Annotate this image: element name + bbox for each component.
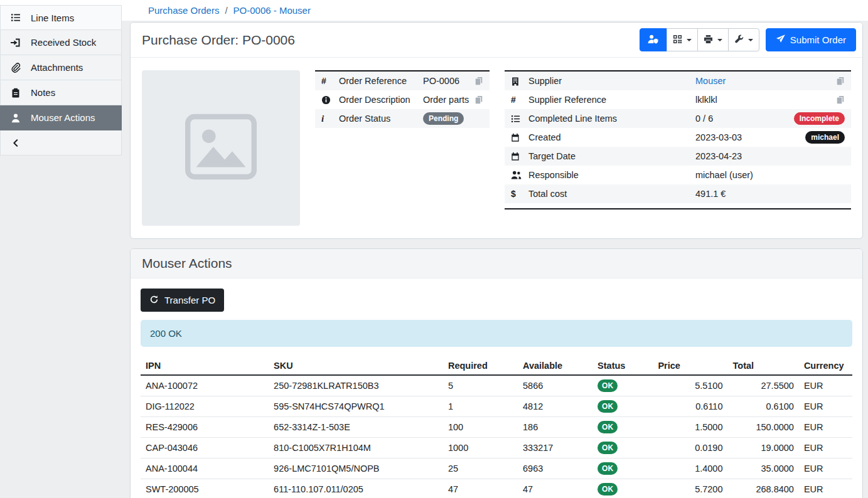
send-icon <box>776 34 785 46</box>
detail-value: Order parts <box>423 95 474 105</box>
main-area: Purchase Order: PO-0006 <box>122 21 868 498</box>
cell-price: 1.4000 <box>653 458 727 479</box>
copy-icon[interactable] <box>836 95 845 104</box>
sidebar-collapse-button[interactable] <box>0 130 122 156</box>
cell-total: 35.0000 <box>728 458 799 479</box>
copy-icon[interactable] <box>474 95 483 104</box>
detail-label: Supplier Reference <box>528 95 695 105</box>
detail-label: Supplier <box>528 76 695 86</box>
cell-available: 4812 <box>518 396 592 417</box>
detail-row-order-reference: # Order Reference PO-0006 <box>315 72 490 90</box>
status-badge: Pending <box>423 112 464 125</box>
print-menu-button[interactable] <box>697 28 729 51</box>
submit-order-button[interactable]: Submit Order <box>766 28 856 51</box>
sidebar-item-received-stock[interactable]: Received Stock <box>0 30 122 55</box>
hash-icon: # <box>511 95 528 105</box>
breadcrumb-link-purchase-orders[interactable]: Purchase Orders <box>148 5 219 16</box>
ok-badge: OK <box>597 421 618 433</box>
detail-label: Order Description <box>339 95 423 105</box>
cell-price: 0.0190 <box>653 438 727 458</box>
cell-ipn: ANA-100072 <box>141 375 269 396</box>
cell-required: 5 <box>443 375 518 396</box>
detail-row-order-description: Order Description Order parts <box>315 90 490 109</box>
breadcrumb: Purchase Orders / PO-0006 - Mouser <box>122 0 868 21</box>
breadcrumb-separator: / <box>225 5 227 16</box>
detail-row-target-date: Target Date 2023-04-23 <box>505 147 851 166</box>
cell-required: 1 <box>443 396 518 417</box>
sidebar-item-label: Mouser Actions <box>31 112 95 123</box>
cell-available: 186 <box>518 417 592 438</box>
qr-menu-button[interactable] <box>667 28 698 51</box>
order-details-table: # Order Reference PO-0006 Order Descript… <box>315 70 490 128</box>
cell-total: 27.5500 <box>728 375 799 396</box>
detail-label: Total cost <box>528 189 695 199</box>
panel-title: Mouser Actions <box>142 256 232 271</box>
detail-row-completed-line-items: Completed Line Items 0 / 6 Incomplete <box>505 109 851 128</box>
mouser-actions-panel-header: Mouser Actions <box>131 249 862 278</box>
cell-sku: 611-110.107.011/0205 <box>269 479 443 498</box>
dollar-icon: $ <box>511 189 528 199</box>
detail-label: Target Date <box>528 151 695 161</box>
sidebar-item-label: Notes <box>31 87 55 98</box>
detail-row-order-status: i Order Status Pending <box>315 109 490 128</box>
detail-row-created: Created 2023-03-03 michael <box>505 128 851 147</box>
detail-value: 491.1 € <box>695 189 845 199</box>
cell-currency: EUR <box>799 438 852 458</box>
supplier-details-table: Supplier Mouser # Supplier Reference lkl… <box>505 70 851 209</box>
sidebar-item-label: Received Stock <box>31 37 96 48</box>
submit-order-label: Submit Order <box>790 34 846 45</box>
purchase-order-panel: Purchase Order: PO-0006 <box>130 22 863 239</box>
calendar-icon <box>511 133 528 142</box>
cell-price: 5.7200 <box>653 479 727 498</box>
sign-in-icon <box>10 38 21 48</box>
cell-required: 25 <box>443 458 518 479</box>
barcode-actions-button[interactable] <box>640 28 667 51</box>
sidebar: Line Items Received Stock Attachments No… <box>0 5 122 156</box>
info-circle-icon <box>321 95 339 105</box>
supplier-link[interactable]: Mouser <box>695 76 726 86</box>
user-badge: michael <box>805 131 845 144</box>
column-header-available: Available <box>518 357 592 375</box>
sidebar-item-line-items[interactable]: Line Items <box>0 5 122 30</box>
copy-icon[interactable] <box>474 77 483 85</box>
status-alert-text: 200 OK <box>150 328 182 339</box>
table-row: SWT-200005 611-110.107.011/0205 47 47 OK… <box>141 479 852 498</box>
sidebar-item-attachments[interactable]: Attachments <box>0 55 122 80</box>
detail-value: lklklkl <box>695 95 836 105</box>
order-image-placeholder[interactable] <box>142 70 300 226</box>
parts-table-header-row: IPN SKU Required Available Status Price … <box>141 357 852 375</box>
cell-total: 268.8400 <box>728 479 799 498</box>
cell-price: 1.5000 <box>653 417 727 438</box>
list-icon <box>511 114 528 124</box>
sidebar-item-mouser-actions[interactable]: Mouser Actions <box>0 105 122 130</box>
chevron-left-icon <box>10 139 21 147</box>
sidebar-item-notes[interactable]: Notes <box>0 80 122 105</box>
ok-badge: OK <box>597 442 618 454</box>
chevron-down-icon <box>717 39 722 41</box>
detail-value: 2023-04-23 <box>695 151 845 161</box>
ok-badge: OK <box>597 400 618 413</box>
toolbar-button-group <box>640 28 759 51</box>
column-header-total: Total <box>728 357 799 375</box>
table-row: ANA-100072 250-72981KLRATR150B3 5 5866 O… <box>141 375 852 396</box>
order-actions-menu-button[interactable] <box>728 28 759 51</box>
detail-label: Completed Line Items <box>528 114 695 124</box>
copy-icon[interactable] <box>836 77 845 85</box>
content-area: Purchase Orders / PO-0006 - Mouser Purch… <box>122 0 868 498</box>
detail-value: 2023-03-03 <box>695 132 805 142</box>
purchase-order-details-body: # Order Reference PO-0006 Order Descript… <box>131 58 862 238</box>
transfer-po-button[interactable]: Transfer PO <box>141 289 224 312</box>
tools-icon <box>734 34 744 46</box>
detail-value: PO-0006 <box>423 76 474 86</box>
ok-badge: OK <box>597 483 618 495</box>
building-icon <box>511 77 528 86</box>
mouser-actions-body: Transfer PO 200 OK IPN SKU Required <box>131 278 862 498</box>
calendar-icon <box>511 152 528 161</box>
cell-currency: EUR <box>799 375 852 396</box>
cell-ipn: DIG-112022 <box>141 396 269 417</box>
detail-label: Created <box>528 132 695 142</box>
sidebar-item-label: Line Items <box>31 13 74 23</box>
cell-currency: EUR <box>799 458 852 479</box>
detail-value: 0 / 6 <box>695 114 794 124</box>
breadcrumb-link-current-order[interactable]: PO-0006 - Mouser <box>233 5 311 16</box>
